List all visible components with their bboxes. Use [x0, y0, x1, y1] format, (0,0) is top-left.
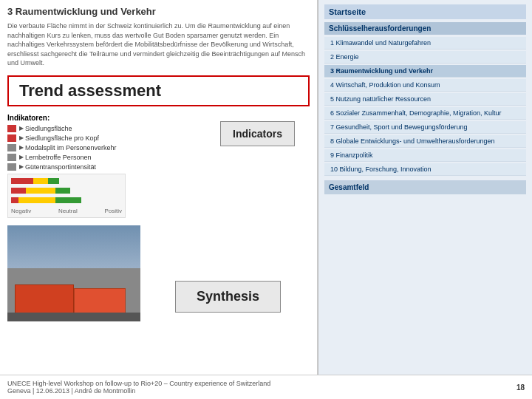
bar-neu-2 [26, 188, 55, 194]
indicator-color-5 [7, 163, 16, 171]
left-panel: 3 Raumentwicklung und Verkehr Die verbau… [0, 0, 318, 375]
gesamtfeld-button[interactable]: Gesamtfeld [324, 180, 526, 194]
footer-page-number: 18 [516, 383, 525, 392]
indicator-label-2: Siedlungsfläche pro Kopf [25, 134, 99, 142]
nav-item-7[interactable]: 7 Gesundheit, Sport und Bewegungsförderu… [324, 121, 526, 134]
indicator-label-5: Gütentransportintensität [25, 163, 96, 171]
section-heading: Raumentwicklung und Verkehr [16, 6, 156, 17]
photo-area [7, 225, 140, 321]
bar-negativ-label: Negativ [11, 208, 31, 214]
indicator-item-5: ▶ Gütentransportintensität [7, 163, 126, 171]
indicator-arrow-3: ▶ [19, 144, 24, 151]
footer: UNECE High-level Workshop on follow-up t… [0, 375, 532, 399]
bar-neg-2 [11, 188, 26, 194]
bar-neu-1 [33, 178, 48, 184]
nav-item-4[interactable]: 4 Wirtschaft, Produktion und Konsum [324, 79, 526, 92]
photo-simulation [7, 225, 140, 321]
bar-pos-1 [48, 178, 59, 184]
page-wrapper: 3 Raumentwicklung und Verkehr Die verbau… [0, 0, 532, 399]
photo-container-1 [15, 284, 74, 314]
synthesis-button[interactable]: Synthesis [175, 281, 281, 313]
bar-pos-2 [55, 188, 70, 194]
bar-row-2 [11, 187, 122, 195]
nav-item-2[interactable]: 2 Energie [324, 51, 526, 64]
bar-positiv-label: Positiv [104, 208, 122, 214]
indicator-item-3: ▶ Modalsplit im Personenverkehr [7, 144, 126, 151]
indicators-left: Indikatoren: ▶ Siedlungsfläche ▶ Siedlun… [7, 114, 126, 218]
schlusselheraus-header: Schlüsselherausforderungen [324, 22, 526, 35]
indicators-title: Indikatoren: [7, 114, 126, 122]
nav-item-5[interactable]: 5 Nutzung natürlicher Ressourcen [324, 93, 526, 106]
bar-neg-3 [11, 197, 18, 203]
indicator-arrow-5: ▶ [19, 163, 24, 170]
bottom-section: Synthesis [7, 225, 310, 369]
bar-row-1 [11, 177, 122, 185]
startseite-link[interactable]: Startseite [324, 4, 526, 19]
nav-item-3[interactable]: 3 Raumentwicklung und Verkehr [324, 65, 526, 78]
nav-item-8[interactable]: 8 Globale Entwicklungs- und Umweltheraus… [324, 135, 526, 148]
bar-pos-3 [55, 197, 81, 203]
indicator-color-2 [7, 134, 16, 142]
indicators-button[interactable]: Indicators [220, 121, 295, 146]
indicator-item-4: ▶ Lernbetroffe Personen [7, 154, 126, 161]
trend-assessment-box: Trend assessment [7, 75, 310, 106]
indicator-arrow-2: ▶ [19, 134, 24, 141]
nav-item-10[interactable]: 10 Bildung, Forschung, Innovation [324, 163, 526, 176]
photo-track [7, 313, 140, 321]
main-content: 3 Raumentwicklung und Verkehr Die verbau… [0, 0, 532, 375]
indicator-label-1: Siedlungsfläche [25, 125, 72, 132]
indicator-color-3 [7, 144, 16, 151]
footer-text-area: UNECE High-level Workshop on follow-up t… [7, 380, 270, 395]
indicator-arrow-4: ▶ [19, 154, 24, 160]
photo-container-2 [74, 288, 126, 314]
bar-neutral-label: Neutral [58, 208, 78, 214]
section-description: Die verbaute Fläche nimmt in der Schweiz… [7, 21, 310, 68]
nav-item-1[interactable]: 1 Klimawandel und Naturgefahren [324, 37, 526, 50]
indicators-section: Indikatoren: ▶ Siedlungsfläche ▶ Siedlun… [7, 114, 310, 218]
nav-item-6[interactable]: 6 Sozialer Zusammenhalt, Demographie, Mi… [324, 107, 526, 120]
bar-row-3 [11, 197, 122, 205]
section-title: 3 Raumentwicklung und Verkehr [7, 6, 310, 17]
indicator-arrow-1: ▶ [19, 125, 24, 132]
photo-sky [7, 225, 140, 269]
indicators-right: Indicators [132, 114, 310, 218]
synthesis-button-area: Synthesis [146, 225, 310, 369]
bar-neu-3 [18, 197, 55, 203]
nav-item-9[interactable]: 9 Finanzpolitik [324, 149, 526, 162]
right-panel: Startseite Schlüsselherausforderungen 1 … [318, 0, 532, 375]
indicator-label-4: Lernbetroffe Personen [25, 154, 91, 161]
indicator-color-1 [7, 125, 16, 132]
footer-line2: Geneva | 12.06.2013 | André de Montmolli… [7, 387, 270, 395]
indicator-item-2: ▶ Siedlungsfläche pro Kopf [7, 134, 126, 142]
bar-neg-1 [11, 178, 33, 184]
indicator-label-3: Modalsplit im Personenverkehr [25, 144, 117, 151]
section-number: 3 [7, 6, 13, 17]
footer-line1: UNECE High-level Workshop on follow-up t… [7, 380, 270, 387]
bar-chart: Negativ Neutral Positiv [7, 174, 126, 218]
indicator-item-1: ▶ Siedlungsfläche [7, 125, 126, 132]
indicator-color-4 [7, 154, 16, 161]
bar-labels: Negativ Neutral Positiv [11, 208, 122, 214]
